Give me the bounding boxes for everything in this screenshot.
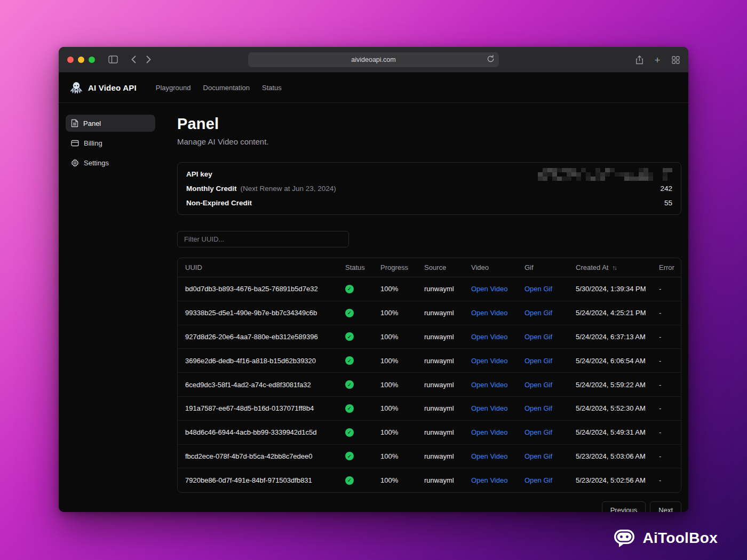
cell-error: - xyxy=(651,309,681,317)
cell-source: runwayml xyxy=(417,452,464,460)
col-header-gif: Gif xyxy=(517,263,568,271)
open-gif-link[interactable]: Open Gif xyxy=(525,428,552,436)
open-video-link[interactable]: Open Video xyxy=(471,357,507,365)
cell-status: ✓ xyxy=(338,452,373,460)
sort-icon[interactable]: ↑↓ xyxy=(612,265,616,271)
zoom-window-button[interactable] xyxy=(89,57,95,63)
cell-video: Open Video xyxy=(464,381,517,389)
traffic-lights xyxy=(67,57,95,63)
nav-playground[interactable]: Playground xyxy=(156,84,191,92)
non-expired-credit-label: Non-Expired Credit xyxy=(186,199,252,207)
open-video-link[interactable]: Open Video xyxy=(471,381,507,389)
cell-created-at: 5/24/2024, 5:52:30 AM xyxy=(568,404,651,412)
brand[interactable]: AI Video API xyxy=(69,81,137,94)
cell-video: Open Video xyxy=(464,357,517,365)
new-tab-icon[interactable]: + xyxy=(650,52,665,67)
gear-icon xyxy=(71,159,79,167)
success-check-icon: ✓ xyxy=(345,380,354,389)
cell-error: - xyxy=(651,285,681,293)
success-check-icon: ✓ xyxy=(345,452,354,460)
monthly-credit-value: 242 xyxy=(660,185,672,193)
cell-uuid: bd0d7db3-b893-4676-ba25-76891b5d7e32 xyxy=(178,285,338,293)
document-icon xyxy=(71,119,78,127)
tab-overview-icon[interactable] xyxy=(668,52,683,67)
success-check-icon: ✓ xyxy=(345,404,354,413)
cell-gif: Open Gif xyxy=(517,333,568,341)
success-check-icon: ✓ xyxy=(345,356,354,365)
cell-uuid: b48d6c46-6944-4acb-bb99-3339942d1c5d xyxy=(178,428,338,436)
sidebar: Panel Billing xyxy=(59,103,177,512)
cell-created-at: 5/23/2024, 5:02:56 AM xyxy=(568,476,651,484)
cell-video: Open Video xyxy=(464,452,517,460)
table-header-row: UUID Status Progress Source Video Gif Cr… xyxy=(178,258,681,277)
cell-uuid: 927d8d26-20e6-4aa7-880e-eb312e589396 xyxy=(178,333,338,341)
nav-status[interactable]: Status xyxy=(262,84,282,92)
cell-source: runwayml xyxy=(417,309,464,317)
api-key-redacted xyxy=(538,168,672,181)
cell-error: - xyxy=(651,476,681,484)
open-video-link[interactable]: Open Video xyxy=(471,309,507,317)
cell-video: Open Video xyxy=(464,309,517,317)
cell-progress: 100% xyxy=(373,452,417,460)
cell-progress: 100% xyxy=(373,381,417,389)
sidebar-item-panel[interactable]: Panel xyxy=(66,115,155,132)
cell-progress: 100% xyxy=(373,333,417,341)
table-row: fbcd2ece-078f-4b7d-b5ca-42bb8c7edee0 ✓ 1… xyxy=(178,445,681,469)
watermark-text: AiToolBox xyxy=(642,530,718,547)
open-gif-link[interactable]: Open Gif xyxy=(525,357,552,365)
open-gif-link[interactable]: Open Gif xyxy=(525,333,552,341)
cell-gif: Open Gif xyxy=(517,452,568,460)
table-row: b48d6c46-6944-4acb-bb99-3339942d1c5d ✓ 1… xyxy=(178,421,681,445)
open-video-link[interactable]: Open Video xyxy=(471,333,507,341)
reload-icon[interactable] xyxy=(487,55,495,65)
share-icon[interactable] xyxy=(632,52,647,67)
open-gif-link[interactable]: Open Gif xyxy=(525,381,552,389)
open-video-link[interactable]: Open Video xyxy=(471,476,507,484)
success-check-icon: ✓ xyxy=(345,332,354,341)
open-video-link[interactable]: Open Video xyxy=(471,404,507,412)
nav-documentation[interactable]: Documentation xyxy=(203,84,250,92)
cell-gif: Open Gif xyxy=(517,476,568,484)
table-row: 6ced9dc3-58f1-4ad2-a74c-ed8f3081fa32 ✓ 1… xyxy=(178,373,681,397)
open-gif-link[interactable]: Open Gif xyxy=(525,476,552,484)
cell-status: ✓ xyxy=(338,404,373,413)
cell-error: - xyxy=(651,333,681,341)
app-page: AI Video API Playground Documentation St… xyxy=(59,73,688,512)
address-bar[interactable]: aivideoapi.com xyxy=(248,52,499,67)
cell-progress: 100% xyxy=(373,309,417,317)
monthly-credit-note: (Next Renew at Jun 23, 2024) xyxy=(241,185,336,193)
cell-created-at: 5/24/2024, 6:37:13 AM xyxy=(568,333,651,341)
back-button-icon[interactable] xyxy=(126,52,141,67)
minimize-window-button[interactable] xyxy=(78,57,84,63)
open-gif-link[interactable]: Open Gif xyxy=(525,452,552,460)
cell-created-at: 5/23/2024, 5:03:06 AM xyxy=(568,452,651,460)
sidebar-toggle-icon[interactable] xyxy=(106,52,121,67)
open-gif-link[interactable]: Open Gif xyxy=(525,285,552,293)
cell-status: ✓ xyxy=(338,380,373,389)
watermark: AiToolBox xyxy=(613,529,718,548)
open-video-link[interactable]: Open Video xyxy=(471,285,507,293)
cell-gif: Open Gif xyxy=(517,357,568,365)
open-gif-link[interactable]: Open Gif xyxy=(525,404,552,412)
cell-video: Open Video xyxy=(464,476,517,484)
cell-progress: 100% xyxy=(373,476,417,484)
close-window-button[interactable] xyxy=(67,57,74,63)
cell-gif: Open Gif xyxy=(517,404,568,412)
sidebar-item-settings[interactable]: Settings xyxy=(66,154,155,171)
browser-window: aivideoapi.com + xyxy=(59,47,688,512)
open-gif-link[interactable]: Open Gif xyxy=(525,309,552,317)
browser-toolbar: aivideoapi.com + xyxy=(59,47,688,73)
open-video-link[interactable]: Open Video xyxy=(471,428,507,436)
robot-chat-icon xyxy=(613,529,635,548)
cell-created-at: 5/24/2024, 6:06:54 AM xyxy=(568,357,651,365)
filter-uuid-input[interactable] xyxy=(177,231,349,247)
cell-error: - xyxy=(651,381,681,389)
sidebar-item-billing[interactable]: Billing xyxy=(66,134,155,151)
cell-error: - xyxy=(651,428,681,436)
cell-video: Open Video xyxy=(464,404,517,412)
previous-page-button[interactable]: Previous xyxy=(602,501,646,512)
open-video-link[interactable]: Open Video xyxy=(471,452,507,460)
forward-button-icon[interactable] xyxy=(141,52,156,67)
next-page-button[interactable]: Next xyxy=(650,501,681,512)
cell-progress: 100% xyxy=(373,428,417,436)
